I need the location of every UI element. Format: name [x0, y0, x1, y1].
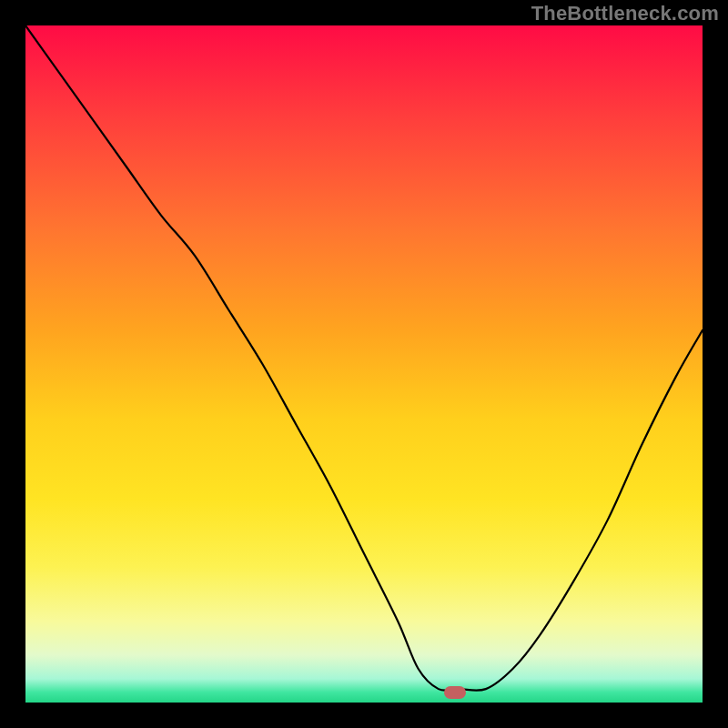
watermark-text: TheBottleneck.com [531, 2, 719, 25]
chart-stage: TheBottleneck.com [0, 0, 728, 728]
heat-background [25, 25, 703, 703]
optimum-marker [444, 686, 466, 699]
bottleneck-plot [25, 25, 703, 703]
